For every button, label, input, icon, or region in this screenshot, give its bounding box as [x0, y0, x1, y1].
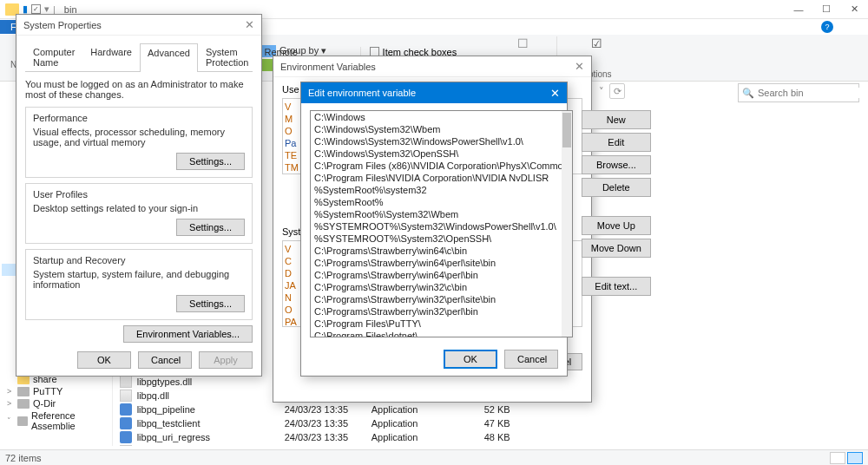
address-nav: ˅ ⟳ — [599, 83, 625, 99]
file-name: libpq.dll — [137, 390, 285, 401]
details-view-button[interactable] — [830, 452, 845, 464]
browse-button[interactable]: Browse... — [582, 155, 651, 174]
sysprops-tab[interactable]: Hardware — [82, 43, 140, 71]
help-icon[interactable]: ? — [821, 21, 833, 33]
folder-icon — [17, 416, 28, 426]
refresh-button[interactable]: ⟳ — [609, 83, 625, 99]
startup-group: Startup and Recovery System startup, sys… — [25, 249, 253, 320]
close-icon[interactable]: ✕ — [575, 60, 584, 73]
path-item[interactable]: C:\Program Files (x86)\NVIDIA Corporatio… — [311, 160, 572, 172]
file-icon — [120, 403, 132, 416]
path-item[interactable]: %SystemRoot% — [311, 196, 572, 208]
edit-env-dialog: Edit environment variable ✕ C:\WindowsC:… — [300, 82, 568, 377]
profiles-title: User Profiles — [33, 189, 245, 200]
sysprops-tab[interactable]: Computer Name — [25, 43, 82, 71]
close-button[interactable]: ✕ — [840, 0, 868, 19]
file-row[interactable]: libpq_pipeline 24/03/23 13:35 Applicatio… — [120, 403, 861, 416]
tree-item[interactable]: >PuTTY — [2, 385, 110, 397]
path-item[interactable]: C:\Programs\Strawberry\win32\perl\bin — [311, 305, 572, 318]
cancel-button[interactable]: Cancel — [504, 350, 558, 369]
path-list[interactable]: C:\WindowsC:\Windows\System32\WbemC:\Win… — [310, 110, 573, 337]
folder-icon — [17, 387, 30, 396]
path-item[interactable]: C:\Windows\System32\WindowsPowerShell\v1… — [311, 135, 572, 147]
file-name: libpq_testclient — [137, 418, 285, 429]
file-row[interactable]: libpq_testclient 24/03/23 13:35 Applicat… — [120, 416, 861, 430]
scrollbar[interactable] — [562, 111, 572, 337]
address-dropdown[interactable]: ˅ — [599, 86, 604, 97]
startup-desc: System startup, system failure, and debu… — [33, 269, 245, 290]
path-item[interactable]: C:\Program Files\dotnet\ — [311, 330, 572, 337]
env-vars-button[interactable]: Environment Variables... — [123, 325, 253, 343]
delete-button[interactable]: Delete — [582, 178, 651, 197]
sysprops-tab[interactable]: System Protection — [198, 43, 257, 71]
perf-title: Performance — [33, 113, 245, 123]
file-icon — [120, 376, 132, 388]
perf-settings-button[interactable]: Settings... — [176, 153, 245, 170]
path-item[interactable]: C:\Programs\Strawberry\win64\perl\site\b… — [311, 257, 572, 269]
maximize-button[interactable]: ☐ — [812, 0, 840, 19]
ok-button[interactable]: OK — [444, 350, 497, 369]
file-icon — [120, 431, 132, 443]
editenv-title-bar[interactable]: Edit environment variable ✕ — [301, 82, 567, 103]
admin-message: You must be logged on as an Administrato… — [25, 79, 253, 100]
path-item[interactable]: C:\Program Files\NVIDIA Corporation\NVID… — [311, 172, 572, 184]
tree-item[interactable]: >Q-Dir — [2, 397, 110, 409]
status-bar: 72 items — [0, 449, 868, 465]
sysprops-title-bar: System Properties ✕ — [16, 15, 261, 36]
item-count: 72 items — [5, 453, 42, 463]
scrollbar-thumb[interactable] — [562, 113, 571, 147]
edit-text-button[interactable]: Edit text... — [582, 277, 651, 296]
sysprops-title: System Properties — [23, 20, 102, 30]
file-name: libpgtypes.dll — [137, 377, 285, 387]
tree-label: PuTTY — [33, 386, 62, 396]
file-name: libpq_pipeline — [137, 404, 285, 415]
path-item[interactable]: %SYSTEMROOT%\System32\OpenSSH\ — [311, 232, 572, 245]
options-icon[interactable]: ☑ — [591, 36, 602, 50]
perf-desc: Visual effects, processor scheduling, me… — [33, 127, 245, 147]
folder-icon — [17, 399, 30, 409]
cancel-button[interactable]: Cancel — [138, 351, 192, 369]
file-row[interactable]: libssl-3-x64.dll 24/03/23 13:35 Applicat… — [120, 444, 861, 446]
apply-button: Apply — [199, 351, 253, 369]
checkbox-icon[interactable]: ✓ — [31, 4, 41, 14]
sysprops-tab[interactable]: Advanced — [140, 43, 198, 72]
sysprops-tabs: Computer NameHardwareAdvancedSystem Prot… — [25, 43, 253, 72]
move-down-button[interactable]: Move Down — [582, 239, 651, 258]
file-date: 24/03/23 13:35 — [285, 418, 372, 429]
path-item[interactable]: C:\Programs\Strawberry\win32\c\bin — [311, 281, 572, 293]
path-item[interactable]: C:\Programs\Strawberry\win64\c\bin — [311, 245, 572, 257]
close-icon[interactable]: ✕ — [245, 18, 254, 31]
expand-icon[interactable]: ˅ — [7, 416, 11, 425]
path-item[interactable]: C:\Windows — [311, 111, 572, 123]
file-size: 48 KB — [458, 432, 510, 442]
expand-icon[interactable]: > — [7, 387, 11, 396]
startup-settings-button[interactable]: Settings... — [176, 295, 245, 312]
path-item[interactable]: C:\Program Files\PuTTY\ — [311, 318, 572, 330]
path-item[interactable]: %SystemRoot%\System32\Wbem — [311, 208, 572, 220]
profiles-settings-button[interactable]: Settings... — [176, 219, 245, 236]
file-size: 47 KB — [458, 418, 510, 429]
large-icons-view-button[interactable] — [847, 452, 863, 464]
search-box[interactable]: 🔍 — [738, 83, 859, 102]
system-properties-dialog: System Properties ✕ Computer NameHardwar… — [16, 14, 262, 377]
path-item[interactable]: C:\Programs\Strawberry\win32\perl\site\b… — [311, 293, 572, 305]
expand-icon[interactable]: > — [7, 399, 11, 408]
file-icon — [120, 417, 132, 429]
hide-icon[interactable]: ☐ — [517, 36, 529, 50]
search-input[interactable] — [758, 88, 868, 98]
file-date: 24/03/23 13:35 — [285, 404, 372, 415]
path-item[interactable]: C:\Windows\System32\OpenSSH\ — [311, 147, 572, 160]
new-button[interactable]: New — [582, 110, 651, 129]
tree-item[interactable]: ˅Reference Assemblie — [2, 409, 110, 432]
move-up-button[interactable]: Move Up — [582, 216, 651, 235]
edit-button[interactable]: Edit — [582, 133, 651, 152]
file-row[interactable]: libpq_uri_regress 24/03/23 13:35 Applica… — [120, 430, 861, 444]
performance-group: Performance Visual effects, processor sc… — [25, 107, 253, 178]
path-item[interactable]: C:\Programs\Strawberry\win64\perl\bin — [311, 269, 572, 281]
minimize-button[interactable]: — — [785, 0, 812, 19]
path-item[interactable]: %SYSTEMROOT%\System32\WindowsPowerShell\… — [311, 220, 572, 232]
path-item[interactable]: C:\Windows\System32\Wbem — [311, 123, 572, 135]
ok-button[interactable]: OK — [77, 351, 131, 369]
close-icon[interactable]: ✕ — [550, 87, 560, 100]
path-item[interactable]: %SystemRoot%\system32 — [311, 184, 572, 196]
